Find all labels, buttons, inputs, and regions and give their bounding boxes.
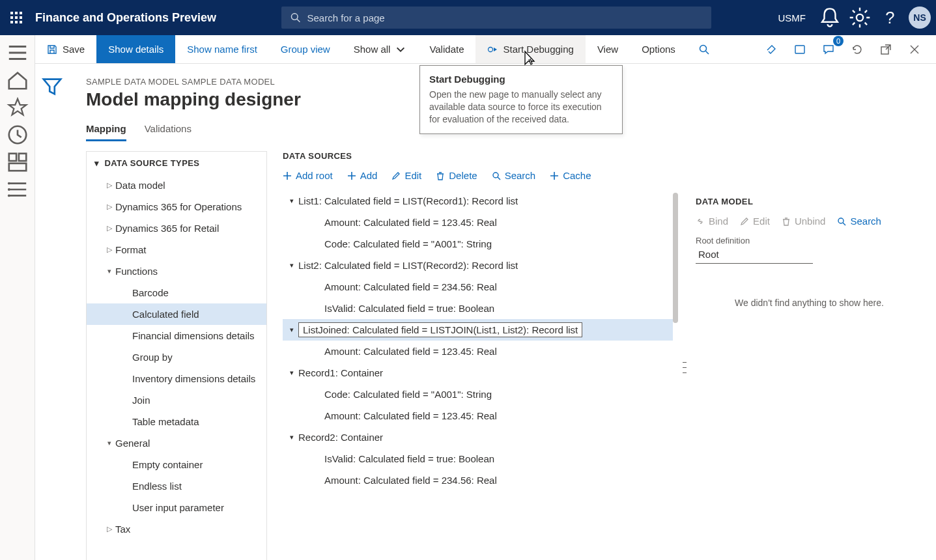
refresh-icon[interactable]	[846, 38, 868, 61]
caret-down-icon[interactable]	[104, 267, 115, 275]
ds-item[interactable]: Amount: Calculated field = 234.56: Real	[283, 276, 673, 298]
ds-item-label: List1: Calculated field = LIST(Record1):…	[298, 195, 518, 206]
caret-down-icon[interactable]	[94, 158, 99, 168]
show-details-button[interactable]: Show details	[96, 35, 175, 63]
ds-item[interactable]: IsValid: Calculated field = true: Boolea…	[283, 448, 673, 469]
search-button[interactable]: Search	[492, 170, 536, 181]
global-search[interactable]	[281, 7, 711, 29]
caret-down-icon[interactable]	[285, 433, 298, 441]
dst-item[interactable]: Empty container	[87, 454, 266, 475]
ds-item[interactable]: Record2: Container	[283, 427, 673, 448]
splitter-handle[interactable]	[683, 359, 687, 375]
dst-item[interactable]: Tax	[87, 518, 266, 540]
dst-item[interactable]: Inventory dimensions details	[87, 368, 266, 389]
caret-right-icon[interactable]	[104, 245, 115, 254]
notifications-icon[interactable]	[819, 7, 841, 29]
add-root-button[interactable]: Add root	[283, 170, 333, 181]
attach-icon[interactable]	[760, 38, 782, 61]
dst-item[interactable]: Data model	[87, 175, 266, 196]
svg-rect-0	[10, 12, 13, 14]
dst-item[interactable]: Calculated field	[87, 303, 266, 325]
add-button[interactable]: Add	[347, 170, 378, 181]
dst-item[interactable]: Join	[87, 389, 266, 411]
caret-down-icon[interactable]	[285, 326, 298, 334]
app-launcher-icon[interactable]	[5, 7, 27, 29]
filter-icon[interactable]	[41, 76, 63, 98]
validate-button[interactable]: Validate	[418, 35, 475, 63]
ds-item[interactable]: Amount: Calculated field = 123.45: Real	[283, 405, 673, 427]
caret-down-icon[interactable]	[285, 197, 298, 205]
global-search-input[interactable]	[307, 12, 702, 23]
edit-button[interactable]: Edit	[391, 170, 421, 181]
caret-down-icon[interactable]	[285, 369, 298, 377]
ds-item[interactable]: Amount: Calculated field = 123.45: Real	[283, 212, 673, 233]
svg-rect-21	[8, 163, 25, 171]
root-definition-value[interactable]: Root	[696, 245, 813, 264]
dst-item[interactable]: Dynamics 365 for Retail	[87, 217, 266, 239]
dst-item[interactable]: User input parameter	[87, 497, 266, 518]
options-menu[interactable]: Options	[630, 35, 687, 63]
home-icon[interactable]	[7, 69, 29, 91]
user-avatar[interactable]: NS	[909, 7, 931, 29]
ds-item[interactable]: Amount: Calculated field = 234.56: Real	[283, 469, 673, 491]
caret-right-icon[interactable]	[104, 224, 115, 232]
ds-item[interactable]: Record1: Container	[283, 362, 673, 384]
ds-item-label: Amount: Calculated field = 234.56: Real	[324, 475, 497, 486]
bind-button[interactable]: Bind	[696, 216, 728, 227]
ds-item-label: Amount: Calculated field = 123.45: Real	[324, 410, 497, 421]
open-new-window-icon[interactable]	[875, 38, 897, 61]
scrollbar[interactable]	[673, 193, 678, 323]
tooltip-body: Open the new page to manually select any…	[429, 89, 613, 126]
dst-item[interactable]: General	[87, 432, 266, 454]
show-name-first-button[interactable]: Show name first	[175, 35, 269, 63]
edit-button[interactable]: Edit	[740, 216, 770, 227]
tab-validations[interactable]: Validations	[145, 123, 191, 141]
dst-item[interactable]: Endless list	[87, 475, 266, 497]
caret-right-icon[interactable]	[104, 181, 115, 189]
recent-icon[interactable]	[7, 124, 29, 146]
ds-item[interactable]: List2: Calculated field = LIST(Record2):…	[283, 255, 673, 276]
modules-icon[interactable]	[7, 178, 29, 201]
dst-item[interactable]: Table metadata	[87, 411, 266, 432]
delete-button[interactable]: Delete	[436, 170, 477, 181]
close-icon[interactable]	[903, 38, 926, 61]
dst-item[interactable]: Dynamics 365 for Operations	[87, 196, 266, 217]
save-button[interactable]: Save	[35, 35, 96, 63]
ds-item[interactable]: Code: Calculated field = "A001": String	[283, 233, 673, 255]
dst-item[interactable]: Group by	[87, 346, 266, 368]
help-icon[interactable]: ?	[879, 7, 901, 29]
ds-item[interactable]: List1: Calculated field = LIST(Record1):…	[283, 190, 673, 212]
ds-item[interactable]: Amount: Calculated field = 123.45: Real	[283, 341, 673, 362]
view-menu[interactable]: View	[586, 35, 630, 63]
ds-item[interactable]: Code: Calculated field = "A001": String	[283, 384, 673, 405]
caret-down-icon[interactable]	[285, 261, 298, 270]
ds-item[interactable]: ListJoined: Calculated field = LISTJOIN(…	[283, 319, 673, 341]
ds-item[interactable]: IsValid: Calculated field = true: Boolea…	[283, 298, 673, 319]
dst-item[interactable]: Functions	[87, 260, 266, 282]
cache-button[interactable]: Cache	[550, 170, 591, 181]
dst-item[interactable]: Barcode	[87, 282, 266, 303]
ds-item-label: Amount: Calculated field = 234.56: Real	[324, 281, 497, 292]
hamburger-icon[interactable]	[7, 42, 29, 64]
svg-rect-8	[20, 21, 22, 23]
settings-icon[interactable]	[849, 7, 871, 29]
unbind-button[interactable]: Unbind	[782, 216, 826, 227]
workspaces-icon[interactable]	[7, 151, 29, 173]
tab-mapping[interactable]: Mapping	[86, 123, 126, 141]
caret-right-icon[interactable]	[104, 525, 115, 533]
company-picker[interactable]: USMF	[773, 8, 812, 27]
group-view-button[interactable]: Group view	[269, 35, 342, 63]
favorites-icon[interactable]	[7, 96, 29, 119]
page-search-button[interactable]	[687, 35, 721, 63]
dst-item-label: Join	[132, 395, 150, 406]
messages-icon[interactable]: 0	[817, 38, 840, 61]
show-all-dropdown[interactable]: Show all	[342, 35, 418, 63]
caret-right-icon[interactable]	[104, 203, 115, 211]
svg-point-13	[489, 47, 493, 51]
caret-down-icon[interactable]	[104, 439, 115, 447]
start-debugging-button[interactable]: Start Debugging	[475, 35, 585, 63]
dst-item[interactable]: Format	[87, 239, 266, 260]
search-button[interactable]: Search	[837, 216, 881, 227]
office-icon[interactable]	[789, 38, 811, 61]
dst-item[interactable]: Financial dimensions details	[87, 325, 266, 346]
